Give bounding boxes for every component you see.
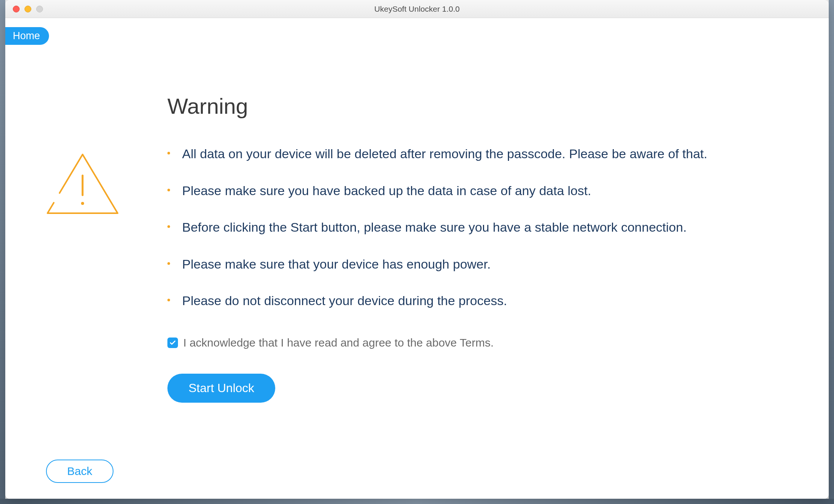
acknowledge-checkbox[interactable] bbox=[167, 338, 178, 348]
bullet-text: All data on your device will be deleted … bbox=[182, 145, 707, 163]
bullet-text: Please do not disconnect your device dur… bbox=[182, 292, 507, 310]
list-item: Before clicking the Start button, please… bbox=[167, 218, 799, 237]
bullet-icon bbox=[167, 152, 170, 154]
list-item: Please make sure you have backed up the … bbox=[167, 182, 799, 200]
maximize-window-button[interactable] bbox=[36, 6, 43, 12]
main-content: Warning All data on your device will be … bbox=[167, 93, 799, 403]
home-tab[interactable]: Home bbox=[5, 27, 49, 45]
window-controls bbox=[5, 6, 43, 12]
warning-triangle-icon bbox=[43, 150, 122, 219]
page-heading: Warning bbox=[167, 93, 799, 119]
list-item: Please do not disconnect your device dur… bbox=[167, 292, 799, 310]
back-button[interactable]: Back bbox=[46, 460, 113, 483]
minimize-window-button[interactable] bbox=[25, 6, 31, 12]
window-title: UkeySoft Unlocker 1.0.0 bbox=[374, 5, 460, 14]
bullet-text: Please make sure you have backed up the … bbox=[182, 182, 591, 200]
bullet-text: Please make sure that your device has en… bbox=[182, 255, 491, 273]
close-window-button[interactable] bbox=[13, 6, 20, 12]
acknowledge-row: I acknowledge that I have read and agree… bbox=[167, 336, 799, 349]
start-unlock-button[interactable]: Start Unlock bbox=[167, 374, 275, 403]
app-window: UkeySoft Unlocker 1.0.0 Home Warning All… bbox=[5, 0, 829, 499]
list-item: All data on your device will be deleted … bbox=[167, 145, 799, 163]
acknowledge-label: I acknowledge that I have read and agree… bbox=[183, 336, 494, 349]
svg-point-1 bbox=[81, 202, 84, 205]
content-area: Home Warning All data on your device wil… bbox=[5, 18, 829, 499]
list-item: Please make sure that your device has en… bbox=[167, 255, 799, 273]
warning-list: All data on your device will be deleted … bbox=[167, 145, 799, 310]
bullet-icon bbox=[167, 225, 170, 228]
checkmark-icon bbox=[169, 339, 176, 346]
bullet-text: Before clicking the Start button, please… bbox=[182, 218, 687, 237]
bullet-icon bbox=[167, 299, 170, 301]
bullet-icon bbox=[167, 189, 170, 191]
bullet-icon bbox=[167, 262, 170, 265]
titlebar: UkeySoft Unlocker 1.0.0 bbox=[5, 0, 829, 18]
